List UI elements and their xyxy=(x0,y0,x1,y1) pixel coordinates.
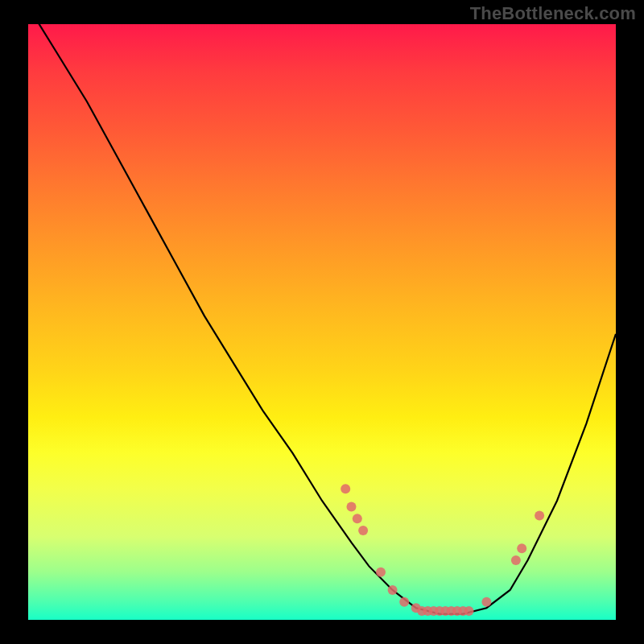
data-point-marker xyxy=(388,585,398,595)
data-point-marker xyxy=(517,543,526,553)
curve-svg xyxy=(28,24,616,620)
data-point-marker xyxy=(399,597,409,607)
data-point-marker xyxy=(464,606,474,616)
data-point-marker xyxy=(341,484,350,493)
data-point-marker xyxy=(535,511,544,521)
data-point-marker xyxy=(353,514,362,523)
data-point-marker xyxy=(358,526,368,535)
plot-area xyxy=(28,24,616,620)
chart-frame: TheBottleneck.com xyxy=(0,0,644,644)
data-point-marker xyxy=(511,555,521,565)
data-point-marker xyxy=(481,597,491,607)
data-point-marker xyxy=(376,568,386,577)
data-point-marker xyxy=(347,502,357,511)
watermark-label: TheBottleneck.com xyxy=(470,3,636,24)
bottleneck-curve xyxy=(28,6,616,614)
